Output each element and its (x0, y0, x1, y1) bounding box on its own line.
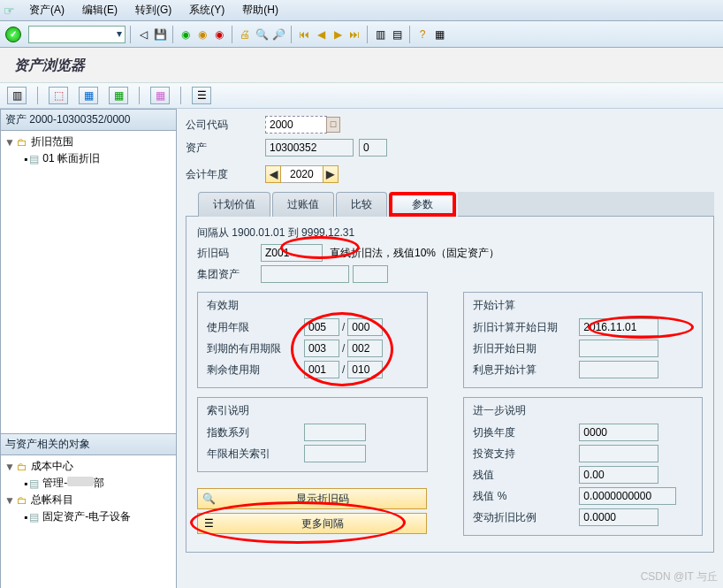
groupasset-input[interactable] (261, 265, 349, 283)
cancel-icon[interactable]: ◉ (211, 27, 227, 42)
tree2-node1[interactable]: ▼🗀 成本中心 (3, 458, 174, 475)
shortcut-icon[interactable]: ▤ (389, 27, 405, 42)
groupasset-sub-input[interactable] (353, 265, 388, 283)
exit-icon[interactable]: ◉ (194, 27, 210, 42)
tree1-body: ▼🗀 折旧范围 ▪▤ 01 帐面折旧 (1, 131, 176, 361)
app-btn-5[interactable]: ▦ (150, 87, 170, 104)
company-code-input[interactable] (265, 116, 327, 134)
tab-params[interactable]: 参数 (389, 192, 456, 217)
help-icon[interactable]: ? (415, 27, 430, 42)
useful-life-years[interactable] (304, 318, 339, 336)
change-year-input[interactable] (579, 424, 658, 441)
menu-edit[interactable]: 编辑(E) (73, 1, 126, 19)
groupasset-label: 集团资产 (197, 267, 261, 282)
tree2-node2-child-label: 固定资产-电子设备 (42, 509, 131, 524)
first-page-icon[interactable]: ⏮ (296, 27, 312, 42)
doc-icon: ▤ (29, 511, 39, 523)
remain-label: 剩余使用期 (207, 363, 304, 378)
more-icon: ☰ (198, 517, 219, 530)
menu-asset[interactable]: 资产(A) (20, 1, 73, 19)
useful-life-months[interactable] (347, 318, 383, 336)
doc-icon: ▤ (29, 477, 39, 490)
menu-help[interactable]: 帮助(H) (233, 1, 287, 19)
layout-icon[interactable]: ▦ (431, 27, 447, 42)
tree2-node2[interactable]: ▼🗀 总帐科目 (3, 492, 174, 508)
more-intervals-button[interactable]: ☰ 更多间隔 (197, 513, 427, 534)
scrap-pct-label: 残值 % (473, 489, 579, 504)
tree2-body: ▼🗀 成本中心 ▪▤ 管理-部 ▼🗀 总帐科目 ▪▤ 固定资产-电子设备 (1, 455, 176, 588)
scrap-pct-input[interactable] (579, 487, 676, 505)
tree1-root[interactable]: ▼🗀 折旧范围 (3, 134, 174, 150)
print-icon[interactable]: 🖨 (237, 27, 253, 42)
fy-nav: ◀ 2020 ▶ (265, 165, 339, 183)
scrap-label: 残值 (473, 468, 579, 483)
invest-input[interactable] (579, 445, 658, 462)
calc-start-label: 折旧计算开始日期 (473, 320, 579, 335)
expired-label: 到期的有用期限 (207, 341, 304, 356)
aging-input[interactable] (304, 445, 366, 462)
doc-icon: ▤ (29, 153, 39, 165)
app-btn-3[interactable]: ▦ (79, 87, 98, 104)
enter-icon[interactable]: ✓ (5, 27, 21, 42)
search-help-icon[interactable]: ☐ (326, 117, 340, 133)
dep-start-label: 折旧开始日期 (473, 341, 579, 356)
invest-label: 投资支持 (473, 447, 579, 462)
expired-months[interactable] (347, 340, 383, 357)
series-label: 指数系列 (207, 425, 304, 440)
next-page-icon[interactable]: ▶ (330, 27, 346, 42)
var-dep-input[interactable] (579, 508, 658, 526)
left-pane: 资产 2000-10300352/0000 ▼🗀 折旧范围 ▪▤ 01 帐面折旧… (0, 109, 177, 588)
aging-label: 年限相关索引 (207, 447, 304, 462)
folder-icon: 🗀 (17, 461, 27, 473)
back-icon[interactable]: ◁ (135, 27, 151, 42)
depkey-input[interactable] (261, 244, 323, 262)
dep-start-input[interactable] (579, 340, 658, 357)
back-green-icon[interactable]: ◉ (178, 27, 194, 42)
app-menu-icon[interactable]: ☞ (4, 4, 15, 18)
fy-value: 2020 (281, 165, 323, 183)
fy-next-button[interactable]: ▶ (323, 165, 339, 183)
calc-start-input[interactable] (579, 318, 658, 336)
fy-prev-button[interactable]: ◀ (265, 165, 281, 183)
app-btn-4[interactable]: ▦ (109, 87, 128, 104)
last-page-icon[interactable]: ⏭ (346, 27, 362, 42)
tree1-child[interactable]: ▪▤ 01 帐面折旧 (3, 150, 174, 167)
app-btn-1[interactable]: ▥ (7, 87, 27, 104)
scrap-input[interactable] (579, 466, 658, 484)
app-btn-2[interactable]: ⬚ (49, 87, 68, 104)
asset-input[interactable] (265, 139, 354, 157)
var-dep-label: 变动折旧比例 (473, 510, 579, 525)
menu-system[interactable]: 系统(Y) (180, 1, 233, 19)
tree2-node2-label: 总帐科目 (31, 493, 73, 508)
find-icon[interactable]: 🔍 (254, 27, 270, 42)
tab-posted[interactable]: 过账值 (272, 192, 334, 217)
app-btn-6[interactable]: ☰ (192, 87, 211, 104)
start-calc-group: 开始计算 折旧计算开始日期 折旧开始日期 利息开始计算 (463, 292, 703, 388)
menu-goto[interactable]: 转到(G) (126, 1, 180, 19)
change-year-label: 切换年度 (473, 425, 579, 440)
prev-page-icon[interactable]: ◀ (313, 27, 329, 42)
series-input[interactable] (304, 424, 366, 441)
tree1-header: 资产 2000-10300352/0000 (1, 110, 176, 131)
tree2-node1-child[interactable]: ▪▤ 管理-部 (3, 475, 174, 492)
tree2-header: 与资产相关的对象 (1, 434, 176, 455)
tab-plan[interactable]: 计划价值 (198, 192, 270, 217)
new-session-icon[interactable]: ▥ (372, 27, 388, 42)
expired-years[interactable] (304, 340, 339, 357)
tree2-node2-child[interactable]: ▪▤ 固定资产-电子设备 (3, 508, 174, 525)
command-field[interactable] (28, 26, 126, 43)
show-depkey-button[interactable]: 🔍 显示折旧码 (197, 488, 427, 509)
int-start-input[interactable] (579, 361, 658, 378)
remain-years[interactable] (304, 361, 339, 378)
remain-months[interactable] (347, 361, 383, 378)
standard-toolbar: ✓ ◁ 💾 ◉ ◉ ◉ 🖨 🔍 🔎 ⏮ ◀ ▶ ⏭ ▥ ▤ ? ▦ (0, 21, 723, 48)
page-title: 资产浏览器 (0, 48, 723, 82)
tree2-wrap: 与资产相关的对象 ▼🗀 成本中心 ▪▤ 管理-部 ▼🗀 总帐科目 ▪ (1, 433, 176, 588)
find-next-icon[interactable]: 🔎 (270, 27, 286, 42)
tab-compare[interactable]: 比较 (336, 192, 387, 217)
asset-sub-input[interactable] (359, 139, 387, 157)
app-toolbar: ▥ ⬚ ▦ ▦ ▦ ☰ (0, 82, 723, 109)
start-calc-title: 开始计算 (473, 298, 693, 313)
tree2-node1-label: 成本中心 (31, 459, 73, 474)
save-icon[interactable]: 💾 (152, 27, 168, 42)
